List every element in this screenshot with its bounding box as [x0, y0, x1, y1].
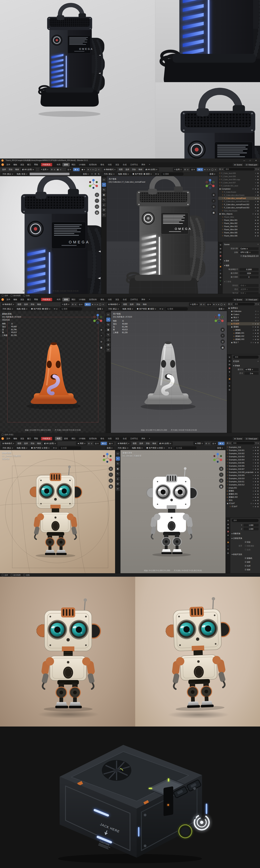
outliner-row[interactable]: ▣ 灯光06 ☑ ∨: [227, 319, 260, 322]
minimize-button[interactable]: —: [242, 159, 247, 161]
header-control[interactable]: 拖拽: 框选 ∨: [15, 307, 29, 311]
visibility-toggles[interactable]: ☑ ◉ ▣: [252, 188, 259, 190]
visibility-toggles[interactable]: ∨ ▣: [255, 179, 259, 180]
menu-item[interactable]: 文件: [5, 163, 12, 166]
visibility-toggles[interactable]: ☑ ∨: [255, 313, 259, 315]
header-control[interactable]: ⊨ ∨: [52, 446, 58, 450]
workspace-tab[interactable]: 建模: [63, 298, 70, 301]
visibility-toggles[interactable]: ▸ ◉ ▣: [253, 339, 259, 340]
outliner-row[interactable]: ▽ Fluent_Wire.002 ◉ ▣: [218, 222, 260, 225]
header-control[interactable]: ⊠ ∨: [84, 303, 91, 306]
pin-icon[interactable]: ⌖: [258, 360, 259, 363]
visibility-toggles[interactable]: ☑ ◉ ▣: [252, 326, 259, 328]
properties-tab-icon[interactable]: ▤: [227, 527, 229, 529]
visibility-toggles[interactable]: ◉ ▣: [255, 222, 259, 224]
header-control[interactable]: 物体: [14, 168, 20, 171]
property-row[interactable]: ☑ 透射: [232, 568, 259, 571]
properties-tab-icon[interactable]: ▦: [227, 530, 229, 533]
header-control[interactable]: ⌖ 全局 ∨: [173, 168, 183, 172]
outliner-row[interactable]: ▽ F_Cube.slice_normalFixed.003 ◉ ▣: [218, 206, 260, 209]
window-titlebar[interactable]: * fluent_004 [H:\eagle\充电视频Library\image…: [0, 158, 260, 162]
workspace-tab[interactable]: 脚本: [140, 163, 147, 166]
properties-tab-icon[interactable]: ◘: [229, 360, 230, 362]
header-control[interactable]: ◩ All (全部) ∨: [144, 168, 159, 172]
workspace-tab[interactable]: 纹理绘制: [87, 163, 99, 166]
properties-tab-icon[interactable]: ◘: [227, 523, 229, 525]
workspace-tab[interactable]: 脚本: [140, 437, 147, 440]
header-control[interactable]: ◉ ∨: [80, 168, 87, 171]
header-control[interactable]: ◄ 局部 ∨: [193, 442, 205, 445]
viewport-side-button[interactable]: +: [109, 472, 113, 477]
property-row[interactable]: ▾ ☐ 降噪: [224, 280, 259, 283]
menu-item[interactable]: 文件: [5, 298, 12, 301]
header-control[interactable]: ◩ All (全部) ∨: [43, 442, 58, 445]
tool-button[interactable]: ⊞: [106, 343, 110, 347]
header-control[interactable]: 选择: [128, 303, 135, 306]
properties-tab-icon[interactable]: □: [220, 269, 221, 271]
property-row[interactable]: 尺寸 2 m: [233, 372, 259, 375]
outliner-row[interactable]: ▽ Examples_018.002 ▸ ◉ ▣: [226, 452, 260, 455]
visibility-toggles[interactable]: ◉ ▣: [255, 219, 259, 221]
header-control[interactable]: 添加: [135, 303, 141, 306]
property-row[interactable]: Z 1.000: [232, 527, 259, 531]
visibility-toggles[interactable]: ∨ ▣: [255, 176, 259, 177]
header-control[interactable]: ⊠ ∨: [197, 168, 203, 171]
visibility-toggles[interactable]: ▸ ◉ ▣: [253, 490, 259, 492]
workspace-tab[interactable]: 纹理绘制: [87, 298, 99, 301]
outliner-row[interactable]: ◘ 摄像机.002 ▸ ◉ ▣: [227, 335, 260, 338]
header-control[interactable]: ⊨ ∨: [52, 307, 59, 311]
header-control[interactable]: ◍ ∨: [108, 442, 114, 445]
property-row[interactable]: 噪波阈值 ☑ 0.1000: [224, 268, 259, 271]
properties-tab-icon[interactable]: ♁: [229, 374, 230, 376]
header-control[interactable]: 物体: [142, 303, 148, 306]
property-row[interactable]: 渲染引擎 Cycles ∨: [224, 247, 259, 250]
property-row[interactable]: 最小采样 0: [224, 275, 259, 279]
viewport-side-button[interactable]: ◘: [95, 205, 99, 209]
visibility-toggles[interactable]: ▸ ◉ ▣: [253, 465, 259, 467]
outliner-row[interactable]: ◘ 摄像机 ▸ ◉ ▣: [226, 489, 260, 493]
header-control[interactable]: 选项 ∨: [81, 172, 90, 176]
header-control[interactable]: 方向: 默认 ∨: [116, 446, 130, 450]
properties-tab-icon[interactable]: ♁: [227, 538, 229, 540]
visibility-toggles[interactable]: ∨ ▣: [255, 210, 259, 212]
visibility-toggles[interactable]: ☑ ▸ ◉ ▣: [251, 342, 259, 343]
header-control[interactable]: ⊞ 物体模式 ∨: [107, 303, 121, 306]
outliner-row[interactable]: ▽ Examples_018.006 ▸ ◉ ▣: [226, 464, 260, 467]
property-row[interactable]: 显示为 ⊕ 球形 ∨: [233, 368, 259, 371]
visibility-toggles[interactable]: ▸ ◉ ▣: [253, 462, 259, 464]
viewport-canvas-solid[interactable]: 用户透视(31) Collection | F_Cube.slice_norma…: [107, 176, 218, 294]
properties-tab-icon[interactable]: ▦: [220, 255, 221, 257]
header-control[interactable]: ⊨ ∨: [158, 307, 165, 311]
properties-tab-icon[interactable]: ◍: [229, 389, 230, 391]
properties-tab-icon[interactable]: ◍: [227, 552, 229, 554]
header-control[interactable]: ◎ ∨: [211, 442, 218, 445]
header-control[interactable]: ⊘ ∨: [184, 168, 189, 170]
properties-tab-icon[interactable]: ◈: [229, 371, 230, 373]
navigation-gizmo[interactable]: [87, 178, 100, 190]
outliner-row[interactable]: ▽ Examples_018.007 ▸ ◉ ▣: [226, 467, 260, 471]
workspace-tab[interactable]: 布局: [55, 298, 62, 301]
outliner-row[interactable]: ▽ Fluent_Wire.003 ◉ ▣: [218, 225, 260, 228]
property-row[interactable]: 通道 反照率 ∨: [224, 288, 259, 291]
tool-button[interactable]: ⊞: [102, 208, 106, 212]
tool-button[interactable]: ✂: [116, 487, 120, 491]
outliner-row[interactable]: ▣ Cutters ☑ ∨: [227, 313, 260, 316]
visibility-toggles[interactable]: ◉ ▣: [255, 197, 259, 199]
workspace-tab[interactable]: UV编辑: [77, 163, 87, 166]
properties-tab-icon[interactable]: ●: [220, 283, 221, 286]
header-control[interactable]: 添加: [30, 442, 35, 445]
visibility-toggles[interactable]: ∨ ▣: [255, 200, 259, 202]
tool-button[interactable]: ∠: [102, 203, 106, 207]
outliner-row[interactable]: ▽ Examples_018.001 ▸ ◉ ▣: [226, 449, 260, 452]
header-control[interactable]: ⌖ 全局 ∨: [61, 303, 71, 306]
property-row[interactable]: ☑ 漫射: [232, 560, 259, 564]
visibility-toggles[interactable]: ▸ ◉ ▣: [253, 471, 259, 473]
visibility-toggles[interactable]: ▸ ◉ ▣: [253, 477, 259, 479]
outliner-row[interactable]: ▽ Examples_018.004 ▸ ◉ ▣: [226, 458, 260, 461]
viewport-canvas-rendered[interactable]: ⊕+◘▦ 缩放: X=1.000 Y=1.000 Z=1.000尺寸(米): X…: [0, 176, 101, 294]
menu-item[interactable]: 窗口: [26, 298, 32, 301]
outliner-row[interactable]: ▣ 集合 7 ☑ ▸ ◉ ▣: [227, 341, 260, 344]
visibility-toggles[interactable]: ◉ ▣: [255, 235, 259, 237]
menu-item[interactable]: 渲染: [19, 437, 26, 440]
properties-tab-icon[interactable]: ⚙: [220, 273, 221, 275]
